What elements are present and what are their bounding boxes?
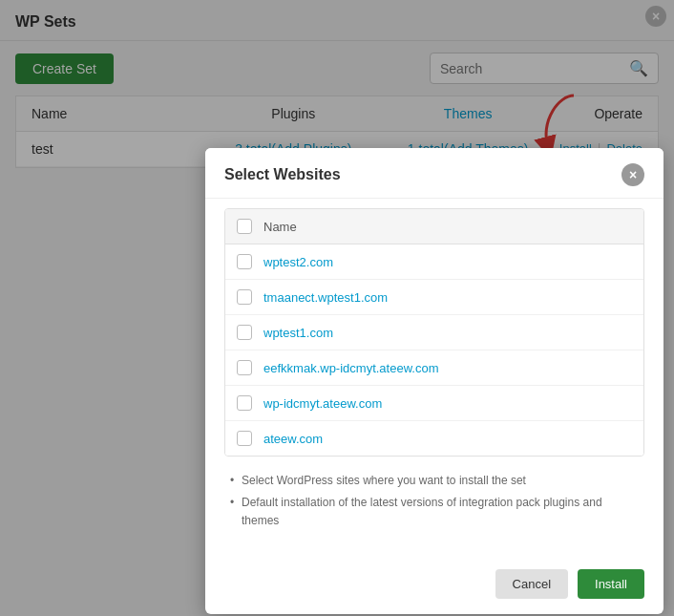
select-websites-modal: Select Websites × Name wptest2.com tmaan… [205,148,663,614]
website-name-0: wptest2.com [263,255,333,269]
website-checkbox-5[interactable] [237,431,252,446]
note-item-1: Default installation of the latest versi… [228,494,641,530]
website-name-4: wp-idcmyt.ateew.com [263,396,382,411]
website-name-2: wptest1.com [263,326,333,340]
website-name-3: eefkkmak.wp-idcmyt.ateew.com [263,361,439,375]
website-name-1: tmaanect.wptest1.com [263,290,388,305]
website-checkbox-1[interactable] [237,289,252,305]
install-button[interactable]: Install [578,569,644,599]
website-checkbox-0[interactable] [237,254,252,269]
website-table-header: Name [225,209,643,244]
website-table: Name wptest2.com tmaanect.wptest1.com wp… [224,208,644,457]
website-row: ateew.com [225,421,643,456]
select-all-checkbox[interactable] [237,219,252,234]
modal-footer: Cancel Install [205,560,663,614]
website-row: tmaanect.wptest1.com [225,280,643,315]
modal-header: Select Websites × [205,148,663,199]
website-row: wptest2.com [225,244,643,280]
website-header-label: Name [263,220,297,234]
notes-section: Select WordPress sites where you want to… [224,472,644,531]
website-name-5: ateew.com [263,432,323,446]
website-checkbox-2[interactable] [237,325,252,340]
website-row: eefkkmak.wp-idcmyt.ateew.com [225,350,643,386]
modal-close-button[interactable]: × [621,163,644,186]
note-item-0: Select WordPress sites where you want to… [228,472,641,490]
website-checkbox-3[interactable] [237,360,252,375]
website-checkbox-4[interactable] [237,395,252,411]
modal-body: Name wptest2.com tmaanect.wptest1.com wp… [205,199,663,560]
website-row: wp-idcmyt.ateew.com [225,386,643,421]
cancel-button[interactable]: Cancel [495,569,568,599]
modal-title: Select Websites [224,166,341,183]
website-row: wptest1.com [225,315,643,350]
